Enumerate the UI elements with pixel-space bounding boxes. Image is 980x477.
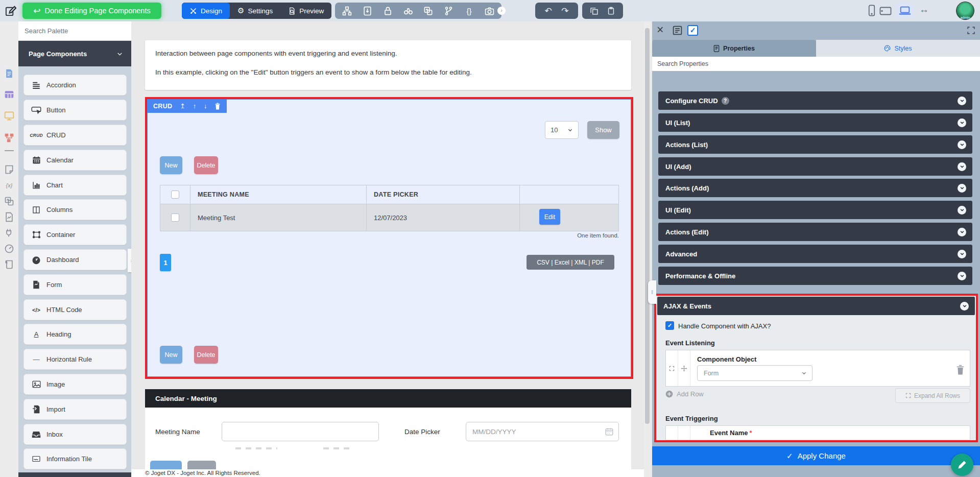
userview-builder-icon[interactable] xyxy=(4,111,14,121)
close-panel-icon[interactable]: × xyxy=(657,23,663,36)
edit-page-icon[interactable] xyxy=(5,5,16,17)
translate-icon[interactable] xyxy=(423,6,433,16)
camera-icon[interactable] xyxy=(485,6,494,16)
section-ui-add[interactable]: UI (Add) xyxy=(658,157,972,176)
palette-item-button[interactable]: Button xyxy=(23,100,127,121)
column-header-meeting-name[interactable]: MEETING NAME xyxy=(190,185,367,204)
tab-design[interactable]: Design xyxy=(182,3,230,19)
variables-icon[interactable]: {x} xyxy=(4,180,14,190)
tab-preview[interactable]: Preview xyxy=(280,3,331,19)
palette-item-horizontal-rule[interactable]: — Horizontal Rule xyxy=(23,349,127,370)
section-actions-add[interactable]: Actions (Add) xyxy=(658,179,972,197)
section-ui-edit[interactable]: UI (Edit) xyxy=(658,201,972,219)
copy-icon[interactable] xyxy=(590,7,599,15)
date-picker-input[interactable] xyxy=(466,422,619,441)
tab-styles[interactable]: Styles xyxy=(816,40,980,57)
fullscreen-icon[interactable] xyxy=(967,26,975,35)
palette-item-inbox[interactable]: Inbox xyxy=(23,424,127,445)
properties-search-input[interactable] xyxy=(652,57,980,71)
new-button-bottom[interactable]: New xyxy=(160,346,182,364)
pagination-page-1[interactable]: 1 xyxy=(160,254,171,271)
meeting-name-input[interactable] xyxy=(222,422,379,441)
device-mobile-icon[interactable] xyxy=(868,5,875,16)
export-doc-icon[interactable] xyxy=(363,6,372,16)
section-advanced[interactable]: Advanced xyxy=(658,245,972,263)
apply-change-button[interactable]: ✓ Apply Change xyxy=(652,446,980,465)
plugin-icon[interactable] xyxy=(4,228,14,238)
multi-select-checkbox-icon[interactable]: ✓ xyxy=(687,25,698,36)
lock-icon[interactable] xyxy=(383,6,393,16)
braces-icon[interactable]: {} xyxy=(464,6,474,16)
palette-item-calendar[interactable]: Calendar xyxy=(23,150,127,171)
palette-item-information-tile[interactable]: Information Tile xyxy=(23,448,127,469)
palette-group-header[interactable]: Page Components xyxy=(18,41,131,66)
palette-item-html-code[interactable]: </> HTML Code xyxy=(23,299,127,320)
add-row-button[interactable]: Add Row xyxy=(665,390,704,398)
expand-row-icon[interactable] xyxy=(666,350,678,386)
undo-icon[interactable]: ↶ xyxy=(545,6,552,16)
move-top-icon[interactable]: ↥ xyxy=(180,102,185,110)
license-scroll-icon[interactable] xyxy=(4,259,14,270)
device-laptop-icon[interactable] xyxy=(896,3,914,18)
panel-collapse-handle[interactable]: ‖ xyxy=(648,280,656,304)
datalist-builder-icon[interactable] xyxy=(4,89,14,100)
palette-item-dashboard[interactable]: Dashboard xyxy=(23,249,127,270)
ajax-checkbox[interactable]: ✓ xyxy=(665,321,674,330)
git-branch-icon[interactable] xyxy=(444,6,453,16)
console-box-icon[interactable] xyxy=(672,25,683,36)
redo-icon[interactable]: ↷ xyxy=(561,6,568,16)
palette-item-crud[interactable]: CRUD CRUD xyxy=(23,125,127,146)
help-icon[interactable]: ? xyxy=(722,97,729,105)
palette-item-chart[interactable]: Chart xyxy=(23,175,127,196)
form-builder-icon[interactable] xyxy=(4,68,14,79)
select-all-checkbox[interactable] xyxy=(171,190,179,199)
section-actions-edit[interactable]: Actions (Edit) xyxy=(658,223,972,241)
delete-component-icon[interactable] xyxy=(214,103,221,110)
expand-row-icon[interactable] xyxy=(666,426,678,440)
toolbar-more-chevron[interactable]: › xyxy=(497,7,506,15)
process-builder-icon[interactable] xyxy=(4,133,14,143)
notes-icon[interactable] xyxy=(4,164,14,175)
palette-item-accordion[interactable]: Accordion xyxy=(23,75,127,96)
palette-search-input[interactable] xyxy=(18,21,131,41)
report-icon[interactable] xyxy=(4,212,14,222)
section-actions-list[interactable]: Actions (List) xyxy=(658,135,972,154)
performance-gauge-icon[interactable] xyxy=(4,244,14,254)
column-header-date-picker[interactable]: DATE PICKER xyxy=(367,185,520,204)
sitemap-icon[interactable] xyxy=(342,6,352,16)
section-performance-offline[interactable]: Performance & Offline xyxy=(658,267,972,285)
tab-settings[interactable]: ⚙ Settings xyxy=(230,3,280,19)
palette-item-import[interactable]: Import xyxy=(23,399,127,420)
tab-properties[interactable]: Properties xyxy=(652,40,816,57)
move-row-icon[interactable] xyxy=(678,426,690,440)
paste-icon[interactable] xyxy=(607,7,615,15)
device-tablet-icon[interactable] xyxy=(879,7,892,15)
edit-row-button[interactable]: Edit xyxy=(539,209,560,225)
device-responsive-icon[interactable]: ↔ xyxy=(919,4,929,15)
delete-button-bottom[interactable]: Delete xyxy=(194,346,218,364)
palette-item-heading[interactable]: A Heading xyxy=(23,324,127,345)
calendar-icon[interactable] xyxy=(605,427,614,436)
section-ui-list[interactable]: UI (List) xyxy=(658,113,972,132)
palette-item-image[interactable]: Image xyxy=(23,374,127,395)
row-checkbox[interactable] xyxy=(171,213,179,222)
move-down-icon[interactable]: ↓ xyxy=(204,103,207,110)
show-button[interactable]: Show xyxy=(587,121,619,139)
edit-fab-button[interactable] xyxy=(951,454,973,476)
binoculars-icon[interactable] xyxy=(403,6,413,16)
palette-item-form[interactable]: Form xyxy=(23,274,127,295)
move-up-icon[interactable]: ↑ xyxy=(193,103,196,110)
export-buttons[interactable]: CSV | Excel | XML | PDF xyxy=(527,255,614,270)
page-size-select[interactable]: 10 xyxy=(545,121,579,139)
canvas-scrollbar-thumb[interactable] xyxy=(645,28,650,424)
localization-icon[interactable] xyxy=(4,196,14,206)
form-save-button-partial[interactable] xyxy=(150,461,182,469)
section-ajax-events[interactable]: AJAX & Events xyxy=(657,297,975,315)
move-row-icon[interactable] xyxy=(678,350,690,386)
delete-button-top[interactable]: Delete xyxy=(194,156,218,174)
done-editing-button[interactable]: ↩ Done Editing Page Components xyxy=(22,3,161,19)
component-object-select[interactable]: Form xyxy=(697,365,812,381)
form-cancel-button-partial[interactable] xyxy=(187,461,216,469)
new-button-top[interactable]: New xyxy=(160,156,182,174)
user-avatar[interactable]: admin xyxy=(956,2,974,20)
